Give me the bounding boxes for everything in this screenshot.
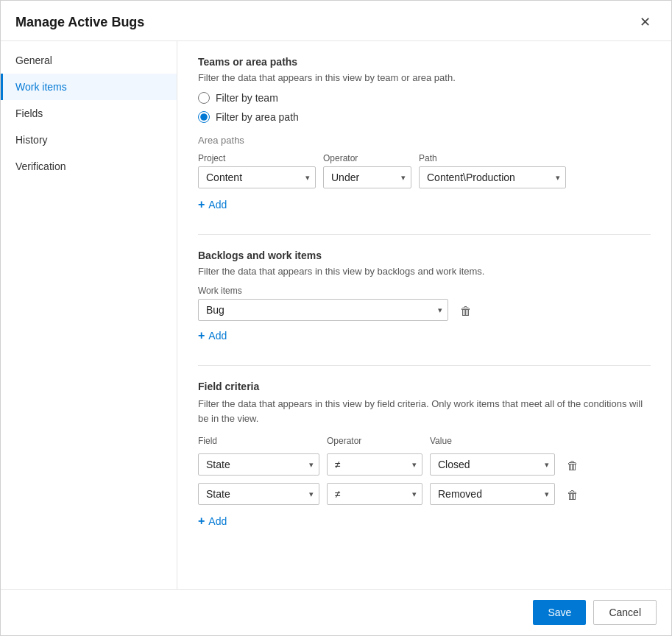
- radio-filter-by-area-input[interactable]: [198, 111, 210, 123]
- criteria-row-1-delete-button[interactable]: 🗑: [562, 456, 583, 476]
- sidebar-item-history[interactable]: History: [1, 127, 177, 153]
- project-select[interactable]: Content Project A Project B: [198, 166, 316, 188]
- radio-filter-by-team-label: Filter by team: [216, 92, 278, 104]
- save-button[interactable]: Save: [533, 600, 586, 625]
- work-item-select[interactable]: Bug Task Feature Epic User Story: [198, 299, 448, 321]
- area-paths-row: Project Content Project A Project B ▾ Op…: [198, 153, 651, 188]
- criteria-row-2-delete-button[interactable]: 🗑: [562, 486, 583, 505]
- radio-filter-by-team[interactable]: Filter by team: [198, 92, 651, 104]
- criteria-value-1-wrap: Closed Removed Active Resolved New ▾: [430, 453, 555, 476]
- criteria-field-1-wrap: State Assigned To Priority Severity Tags…: [198, 453, 319, 476]
- criteria-field-1-select[interactable]: State Assigned To Priority Severity Tags: [198, 453, 319, 476]
- radio-filter-by-area-label: Filter by area path: [216, 111, 299, 123]
- add-area-path-icon: +: [198, 199, 205, 211]
- work-items-col: Work items Bug Task Feature Epic User St…: [198, 286, 651, 321]
- sidebar-item-fields-label: Fields: [15, 107, 43, 119]
- sidebar-item-verification[interactable]: Verification: [1, 153, 177, 180]
- field-criteria-title: Field criteria: [198, 381, 651, 392]
- close-button[interactable]: ✕: [634, 13, 657, 32]
- operator-label: Operator: [323, 153, 411, 163]
- section-divider-1: [198, 234, 651, 235]
- teams-section-title: Teams or area paths: [198, 56, 651, 68]
- project-col: Project Content Project A Project B ▾: [198, 153, 316, 188]
- criteria-header-row: Field Operator Value: [198, 434, 651, 446]
- radio-filter-by-team-input[interactable]: [198, 92, 210, 104]
- dialog-footer: Save Cancel: [1, 589, 671, 635]
- sidebar-item-general[interactable]: General: [1, 47, 177, 74]
- criteria-op-2-wrap: ≠ = Contains ▾: [327, 483, 422, 505]
- add-criteria-icon: +: [198, 515, 205, 527]
- criteria-field-2-wrap: State Assigned To Priority Severity Tags…: [198, 483, 319, 505]
- criteria-add-button[interactable]: + Add: [198, 512, 227, 530]
- teams-section: Teams or area paths Filter the data that…: [198, 56, 651, 213]
- criteria-op-1-select[interactable]: ≠ = Contains: [327, 453, 422, 476]
- manage-active-bugs-dialog: Manage Active Bugs ✕ General Work items …: [0, 0, 672, 636]
- criteria-op-2-select[interactable]: ≠ = Contains: [327, 483, 422, 505]
- criteria-row-1: State Assigned To Priority Severity Tags…: [198, 453, 651, 476]
- criteria-op-1-wrap: ≠ = Contains ▾: [327, 453, 422, 476]
- filter-radio-group: Filter by team Filter by area path: [198, 92, 651, 123]
- dialog-header: Manage Active Bugs ✕: [1, 1, 671, 41]
- section-divider-2: [198, 365, 651, 366]
- backlogs-section-title: Backlogs and work items: [198, 250, 651, 261]
- path-select[interactable]: Content\Production Content\Dev Content\Q…: [419, 166, 566, 188]
- work-item-select-wrap: Bug Task Feature Epic User Story ▾: [198, 299, 448, 321]
- sidebar-item-work-items-label: Work items: [15, 81, 67, 93]
- criteria-value-label: Value: [430, 436, 452, 446]
- sidebar-item-verification-label: Verification: [15, 160, 66, 172]
- project-select-wrap: Content Project A Project B ▾: [198, 166, 316, 188]
- criteria-value-1-select[interactable]: Closed Removed Active Resolved New: [430, 453, 555, 476]
- criteria-row-2: State Assigned To Priority Severity Tags…: [198, 483, 651, 505]
- trash-icon-1: 🗑: [567, 459, 579, 473]
- criteria-field-2-select[interactable]: State Assigned To Priority Severity Tags: [198, 483, 319, 505]
- dialog-body: General Work items Fields History Verifi…: [1, 41, 671, 589]
- teams-section-desc: Filter the data that appears in this vie…: [198, 72, 651, 83]
- field-criteria-section: Field criteria Filter the data that appe…: [198, 381, 651, 530]
- sidebar-item-work-items[interactable]: Work items: [1, 74, 177, 100]
- cancel-button[interactable]: Cancel: [593, 600, 657, 625]
- main-content: Teams or area paths Filter the data that…: [177, 41, 671, 589]
- work-items-row: Bug Task Feature Epic User Story ▾ 🗑: [198, 299, 651, 321]
- criteria-value-2-select[interactable]: Removed Closed Active Resolved New: [430, 483, 555, 505]
- trash-icon-2: 🗑: [567, 489, 579, 502]
- trash-icon: 🗑: [460, 305, 472, 318]
- add-criteria-label: Add: [208, 515, 227, 527]
- sidebar-item-general-label: General: [15, 54, 52, 66]
- criteria-field-label: Field: [198, 436, 217, 446]
- dialog-title: Manage Active Bugs: [15, 15, 144, 30]
- path-col: Path Content\Production Content\Dev Cont…: [419, 153, 566, 188]
- radio-filter-by-area[interactable]: Filter by area path: [198, 111, 651, 123]
- area-paths-add-button[interactable]: + Add: [198, 196, 227, 213]
- path-label: Path: [419, 153, 566, 163]
- criteria-operator-label: Operator: [327, 436, 361, 446]
- sidebar: General Work items Fields History Verifi…: [1, 41, 177, 589]
- path-select-wrap: Content\Production Content\Dev Content\Q…: [419, 166, 566, 188]
- criteria-value-2-wrap: Removed Closed Active Resolved New ▾: [430, 483, 555, 505]
- field-criteria-desc: Filter the data that appears in this vie…: [198, 397, 651, 425]
- operator-select-wrap: Under Not Under Equals ▾: [323, 166, 411, 188]
- add-work-item-icon: +: [198, 330, 205, 342]
- work-item-delete-button[interactable]: 🗑: [456, 302, 476, 321]
- work-items-add-button[interactable]: + Add: [198, 327, 227, 344]
- backlogs-section-desc: Filter the data that appears in this vie…: [198, 266, 651, 277]
- sidebar-item-history-label: History: [15, 134, 48, 146]
- operator-col: Operator Under Not Under Equals ▾: [323, 153, 411, 188]
- sidebar-item-fields[interactable]: Fields: [1, 100, 177, 127]
- project-label: Project: [198, 153, 316, 163]
- backlogs-section: Backlogs and work items Filter the data …: [198, 250, 651, 344]
- add-work-item-label: Add: [208, 330, 227, 342]
- work-items-label: Work items: [198, 286, 651, 296]
- add-area-path-label: Add: [208, 199, 227, 211]
- operator-select[interactable]: Under Not Under Equals: [323, 166, 411, 188]
- area-paths-subtitle: Area paths: [198, 135, 651, 146]
